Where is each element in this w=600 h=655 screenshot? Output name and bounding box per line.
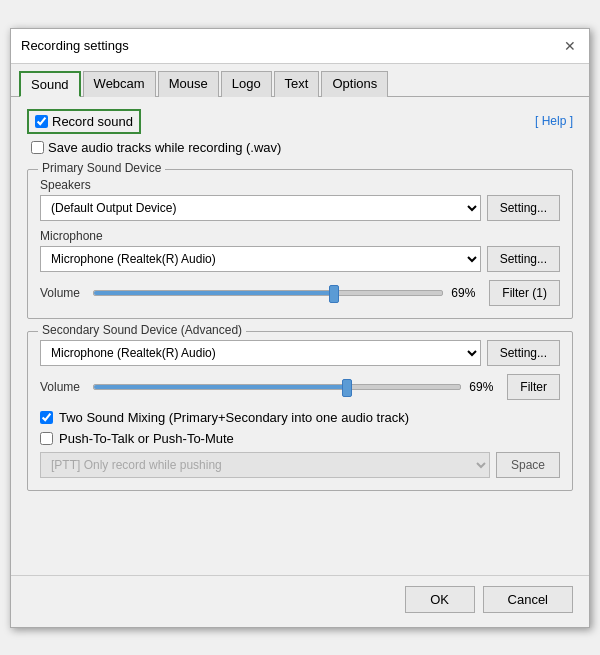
tab-text[interactable]: Text — [274, 71, 320, 97]
close-button[interactable]: ✕ — [561, 37, 579, 55]
record-sound-label[interactable]: Record sound — [27, 109, 141, 134]
microphone-field: Microphone Microphone (Realtek(R) Audio)… — [40, 229, 560, 272]
save-audio-label: Save audio tracks while recording (.wav) — [48, 140, 281, 155]
secondary-volume-label: Volume — [40, 380, 85, 394]
help-link[interactable]: [ Help ] — [535, 114, 573, 128]
recording-settings-dialog: Recording settings ✕ Sound Webcam Mouse … — [10, 28, 590, 628]
secondary-mic-select[interactable]: Microphone (Realtek(R) Audio) — [40, 340, 481, 366]
ptt-key: Space — [496, 452, 560, 478]
record-sound-row: Record sound [ Help ] — [27, 109, 573, 134]
primary-section-title: Primary Sound Device — [38, 161, 165, 175]
two-sound-checkbox[interactable] — [40, 411, 53, 424]
tab-sound[interactable]: Sound — [19, 71, 81, 97]
title-bar: Recording settings ✕ — [11, 29, 589, 64]
microphone-controls: Microphone (Realtek(R) Audio) Setting... — [40, 246, 560, 272]
secondary-volume-row: Volume 69% Filter — [40, 374, 560, 400]
tab-mouse[interactable]: Mouse — [158, 71, 219, 97]
dialog-footer: OK Cancel — [11, 575, 589, 627]
microphone-select[interactable]: Microphone (Realtek(R) Audio) — [40, 246, 481, 272]
secondary-filter-button[interactable]: Filter — [507, 374, 560, 400]
speakers-field: Speakers (Default Output Device) Setting… — [40, 178, 560, 221]
speakers-select[interactable]: (Default Output Device) — [40, 195, 481, 221]
tab-webcam[interactable]: Webcam — [83, 71, 156, 97]
secondary-volume-slider[interactable] — [93, 384, 461, 390]
secondary-mic-controls: Microphone (Realtek(R) Audio) Setting... — [40, 340, 560, 366]
primary-sound-section: Primary Sound Device Speakers (Default O… — [27, 169, 573, 319]
primary-volume-row: Volume 69% Filter (1) — [40, 280, 560, 306]
speakers-label: Speakers — [40, 178, 560, 192]
cancel-button[interactable]: Cancel — [483, 586, 573, 613]
tab-content: Record sound [ Help ] Save audio tracks … — [11, 97, 589, 575]
microphone-label: Microphone — [40, 229, 560, 243]
dialog-title: Recording settings — [21, 38, 129, 53]
speakers-controls: (Default Output Device) Setting... — [40, 195, 560, 221]
ptt-label: Push-To-Talk or Push-To-Mute — [59, 431, 234, 446]
two-sound-row: Two Sound Mixing (Primary+Secondary into… — [40, 410, 560, 425]
secondary-sound-section: Secondary Sound Device (Advanced) Microp… — [27, 331, 573, 491]
primary-filter-button[interactable]: Filter (1) — [489, 280, 560, 306]
record-sound-text: Record sound — [52, 114, 133, 129]
ptt-controls-row: [PTT] Only record while pushing Space — [40, 452, 560, 478]
secondary-mic-field: Microphone (Realtek(R) Audio) Setting... — [40, 340, 560, 366]
ptt-checkbox[interactable] — [40, 432, 53, 445]
two-sound-label: Two Sound Mixing (Primary+Secondary into… — [59, 410, 409, 425]
secondary-section-title: Secondary Sound Device (Advanced) — [38, 323, 246, 337]
primary-volume-pct: 69% — [451, 286, 481, 300]
microphone-setting-button[interactable]: Setting... — [487, 246, 560, 272]
primary-volume-label: Volume — [40, 286, 85, 300]
secondary-setting-button[interactable]: Setting... — [487, 340, 560, 366]
ok-button[interactable]: OK — [405, 586, 475, 613]
save-audio-checkbox[interactable] — [31, 141, 44, 154]
save-audio-row: Save audio tracks while recording (.wav) — [31, 140, 573, 155]
record-sound-checkbox[interactable] — [35, 115, 48, 128]
speakers-setting-button[interactable]: Setting... — [487, 195, 560, 221]
ptt-row: Push-To-Talk or Push-To-Mute — [40, 431, 560, 446]
tab-options[interactable]: Options — [321, 71, 388, 97]
ptt-select[interactable]: [PTT] Only record while pushing — [40, 452, 490, 478]
primary-volume-slider[interactable] — [93, 290, 443, 296]
tab-logo[interactable]: Logo — [221, 71, 272, 97]
secondary-volume-pct: 69% — [469, 380, 499, 394]
tab-bar: Sound Webcam Mouse Logo Text Options — [11, 64, 589, 97]
